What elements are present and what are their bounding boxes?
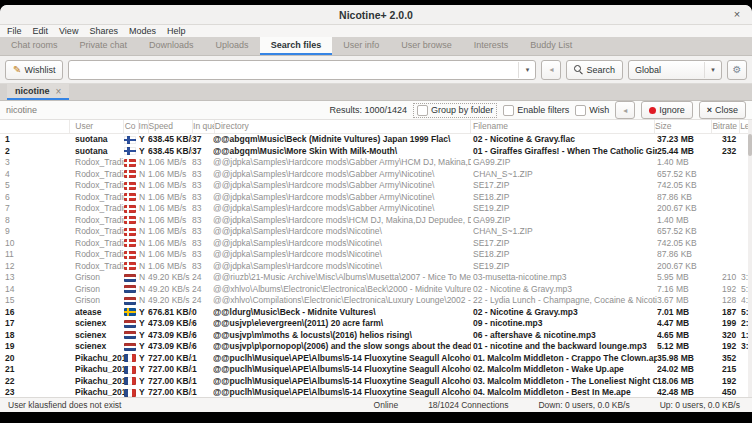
cell-row-number: 6	[0, 192, 70, 204]
cell-directory: @@puclh\Musique\APE\Albums\5-14 Fluoxyti…	[213, 353, 471, 365]
table-row[interactable]: 3 Rodox_Trading N 1.06 MB/s 83 @@jdpka\S…	[0, 157, 752, 169]
result-tab-nicotine[interactable]: nicotine ×	[7, 84, 69, 100]
cell-row-number: 12	[0, 261, 70, 273]
table-row[interactable]: 5 Rodox_Trading N 1.06 MB/s 83 @@jdpka\S…	[0, 180, 752, 192]
col-header-user[interactable]: User	[70, 120, 123, 133]
search-input[interactable]	[69, 63, 518, 77]
wish-checkbox[interactable]: Wish	[575, 105, 609, 116]
cell-row-number: 16	[0, 307, 70, 319]
cell-bitrate: 199	[714, 318, 741, 330]
table-row[interactable]: 9 Rodox_Trading N 1.06 MB/s 83 @@jdpka\S…	[0, 226, 752, 238]
cell-directory: @@jdpka\Samples\Hardcore mods\Gabber Arm…	[213, 192, 471, 204]
speaker-toggle-button[interactable]: ◂	[541, 60, 561, 80]
tab-user-info[interactable]: User info	[332, 37, 390, 55]
cell-row-number: 22	[0, 376, 70, 388]
tab-user-browse[interactable]: User browse	[390, 37, 463, 55]
table-row[interactable]: 16 atease Y 676.81 KB/s 0 @@ldurg\Music\…	[0, 307, 752, 319]
menu-shares[interactable]: Shares	[89, 26, 118, 36]
window-close-icon[interactable]: ×	[730, 7, 744, 21]
close-results-button[interactable]: × Close	[699, 101, 746, 119]
col-header-bitrate[interactable]: Bitrate	[712, 120, 740, 133]
cell-bitrate: 312	[714, 134, 741, 146]
cell-size: 1.40 MB	[657, 215, 714, 227]
menu-edit[interactable]: Edit	[33, 26, 49, 36]
tab-interests[interactable]: Interests	[463, 37, 520, 55]
close-icon[interactable]: ×	[56, 86, 62, 97]
table-row[interactable]: 19 scienex Y 473.09 KB/s 6 @@usjvp\p\por…	[0, 341, 752, 353]
table-row[interactable]: 8 Rodox_Trading N 1.06 MB/s 83 @@jdpka\S…	[0, 215, 752, 227]
table-row[interactable]: 18 scienex Y 473.09 KB/s 6 @@usjvp\m\mot…	[0, 330, 752, 342]
cell-user: suotana	[70, 146, 124, 158]
table-row[interactable]: 17 scienex Y 473.09 KB/s 6 @@usjvp\e\eve…	[0, 318, 752, 330]
country-flag-icon	[124, 238, 139, 250]
cell-in-queue: 0	[192, 307, 213, 319]
enable-filters-checkbox[interactable]: Enable filters	[503, 105, 569, 116]
cell-filename: CHAN_S~1.ZIP	[471, 226, 657, 238]
cell-immediate: N	[139, 272, 148, 284]
status-bar: User klausfiend does not exist Online 18…	[0, 397, 752, 412]
menu-help[interactable]: Help	[167, 26, 186, 36]
cell-speed: 727.00 KB/s	[148, 353, 192, 365]
table-row[interactable]: 22 Pikachu_2014 Y 727.00 KB/s 1 @@puclh\…	[0, 376, 752, 388]
wishlist-button[interactable]: ✎ Wishlist	[5, 60, 63, 80]
menu-modes[interactable]: Modes	[129, 26, 156, 36]
status-down: Down: 0 users, 0.0 KB/s	[538, 400, 629, 410]
col-header-speed[interactable]: Speed	[149, 120, 194, 133]
col-header-in-queue[interactable]: In queu	[193, 120, 215, 133]
group-by-folder-checkbox[interactable]: Group by folder	[413, 103, 497, 118]
col-header-filename[interactable]: Filename	[471, 120, 655, 133]
table-row[interactable]: 6 Rodox_Trading N 1.06 MB/s 83 @@jdpka\S…	[0, 192, 752, 204]
scrollbar-thumb[interactable]	[748, 134, 752, 156]
cell-row-number: 21	[0, 364, 70, 376]
table-row[interactable]: 15 Grison N 49.20 KB/s 24 @@xhlvo\Compil…	[0, 295, 752, 307]
cell-directory: @@xhlvo\Albums\Electronic\Electronica\Be…	[213, 284, 471, 296]
cell-filename: SE17.ZIP	[471, 180, 657, 192]
cell-immediate: Y	[139, 376, 148, 388]
col-header-size[interactable]: Size	[655, 120, 712, 133]
pencil-icon: ✎	[13, 65, 21, 75]
col-header-num[interactable]	[0, 120, 70, 133]
status-online: Online	[374, 400, 399, 410]
cell-in-queue: 83	[192, 249, 213, 261]
menu-file[interactable]: File	[7, 26, 22, 36]
col-header-country[interactable]: Co	[124, 120, 139, 133]
search-button[interactable]: Search	[566, 60, 623, 80]
tab-downloads[interactable]: Downloads	[138, 37, 205, 55]
cell-size: 18.06 MB	[657, 376, 714, 388]
table-row[interactable]: 10 Rodox_Trading N 1.06 MB/s 83 @@jdpka\…	[0, 238, 752, 250]
cell-bitrate: 352	[714, 353, 741, 365]
table-row[interactable]: 14 Grison N 49.20 KB/s 24 @@xhlvo\Albums…	[0, 284, 752, 296]
table-row[interactable]: 2 suotana Y 638.45 KB/s 37 @@abgqm\Music…	[0, 146, 752, 158]
menu-view[interactable]: View	[59, 26, 78, 36]
table-row[interactable]: 4 Rodox_Trading N 1.06 MB/s 83 @@jdpka\S…	[0, 169, 752, 181]
tab-buddy-list[interactable]: Buddy List	[519, 37, 583, 55]
table-row[interactable]: 20 Pikachu_2014 Y 727.00 KB/s 1 @@puclh\…	[0, 353, 752, 365]
table-row[interactable]: 13 Grison N 49.20 KB/s 24 @@riuzb\21-Mus…	[0, 272, 752, 284]
tab-uploads[interactable]: Uploads	[205, 37, 260, 55]
table-row[interactable]: 7 Rodox_Trading N 1.06 MB/s 83 @@jdpka\S…	[0, 203, 752, 215]
app-window: Nicotine+ 2.0.0 × File Edit View Shares …	[0, 5, 752, 412]
table-row[interactable]: 12 Rodox_Trading N 1.06 MB/s 83 @@jdpka\…	[0, 261, 752, 273]
cell-directory: @@jdpka\Samples\Hardcore mods\Gabber Arm…	[213, 157, 471, 169]
table-row[interactable]: 1 suotana Y 638.45 KB/s 37 @@abgqm\Music…	[0, 134, 752, 146]
col-header-immediate[interactable]: Im	[139, 120, 149, 133]
col-header-directory[interactable]: Directory	[215, 120, 471, 133]
ignore-button[interactable]: Ignore	[641, 101, 693, 119]
tab-search-files[interactable]: Search files	[260, 37, 333, 55]
cell-row-number: 14	[0, 284, 70, 296]
cell-directory: @@jdpka\Samples\Hardcore mods\Gabber Arm…	[213, 180, 471, 192]
cell-directory: @@jdpka\Samples\Hardcore mods\Nicotine\	[213, 238, 471, 250]
results-count: Results: 1000/1424	[330, 105, 408, 115]
search-history-dropdown[interactable]: ▾	[518, 62, 535, 78]
cell-directory: @@ldurg\Music\Beck - Midnite Vultures\	[213, 307, 471, 319]
tab-chat-rooms[interactable]: Chat rooms	[0, 37, 69, 55]
speaker-toggle-button-2[interactable]: ◂	[615, 101, 635, 119]
checkbox-icon	[417, 105, 428, 116]
vertical-scrollbar[interactable]	[748, 120, 752, 401]
search-mode-select[interactable]: Global ▾	[628, 60, 722, 80]
table-row[interactable]: 21 Pikachu_2014 Y 727.00 KB/s 1 @@puclh\…	[0, 364, 752, 376]
cell-in-queue: 83	[192, 180, 213, 192]
tab-private-chat[interactable]: Private chat	[69, 37, 139, 55]
table-row[interactable]: 11 Rodox_Trading N 1.06 MB/s 83 @@jdpka\…	[0, 249, 752, 261]
configure-button[interactable]: ⚙	[727, 60, 747, 80]
